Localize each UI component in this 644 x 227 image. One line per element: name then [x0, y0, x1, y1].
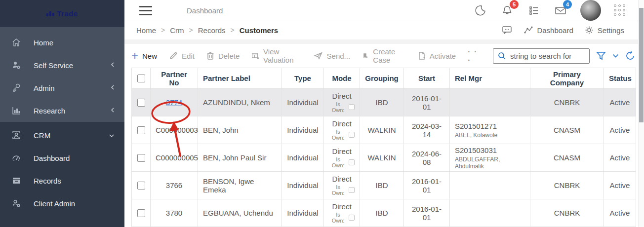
dark-mode-toggle[interactable]: [474, 3, 487, 17]
row-checkbox[interactable]: [137, 126, 145, 134]
new-button-label: New: [142, 52, 157, 60]
rel-mgr-cell: [450, 89, 530, 116]
menu-toggle-icon[interactable]: [139, 3, 152, 18]
header-rel-mgr[interactable]: Rel Mgr: [450, 68, 530, 89]
partner-no-link[interactable]: 3774: [166, 98, 182, 107]
primary-company-cell: CNASM: [530, 144, 604, 172]
sidebar-logo[interactable]: Trade: [0, 0, 124, 27]
rel-mgr-cell: S201503031 ABDULGAFFAR, Abdulmalik: [450, 144, 530, 172]
search-input[interactable]: [510, 52, 584, 60]
primary-company-cell: CNBRK: [530, 172, 604, 199]
grouping-cell: IBD: [360, 199, 404, 227]
messages-button[interactable]: 4: [554, 3, 567, 17]
breadcrumb-records[interactable]: Records: [198, 26, 226, 35]
view-valuation-button[interactable]: View Valuation: [251, 47, 301, 64]
is-own-checkbox[interactable]: [349, 159, 355, 165]
is-own-checkbox[interactable]: [349, 215, 355, 221]
sidebar-item-label: Home: [34, 38, 115, 47]
user-avatar[interactable]: [580, 0, 601, 21]
header-type[interactable]: Type: [282, 68, 324, 89]
table-row[interactable]: 3774 AZUNDINDU, Nkem Individual Direct I…: [132, 89, 636, 116]
view-valuation-label: View Valuation: [263, 47, 301, 64]
sidebar-item-research[interactable]: Research: [0, 99, 124, 122]
sidebar-item-self-service[interactable]: Self Service: [0, 54, 124, 76]
mode-value: Direct: [329, 175, 355, 183]
breadcrumb-bar: Home > Crm > Records > Customers Dashboa…: [124, 21, 644, 39]
select-all-checkbox[interactable]: [137, 75, 145, 82]
search-area: [493, 48, 636, 64]
tasks-button[interactable]: [527, 3, 541, 17]
header-status[interactable]: Status: [604, 68, 636, 89]
send-icon: [314, 51, 323, 60]
grouping-cell: IBD: [360, 172, 404, 199]
partner-no-cell: 3766: [151, 172, 198, 199]
scrollbar-thumb[interactable]: [639, 8, 644, 122]
more-actions-button[interactable]: · · ·: [468, 47, 481, 64]
header-partner-no[interactable]: Partner No: [151, 68, 198, 89]
grouping-cell: WALKIN: [360, 116, 404, 144]
mode-value: Direct: [329, 147, 355, 155]
user-gear-icon: [11, 198, 22, 209]
is-own-label: Is Own:: [329, 156, 347, 168]
partner-label-cell: BENSON, Igwe Emeka: [198, 172, 282, 199]
header-mode[interactable]: Mode: [324, 68, 360, 89]
is-own-checkbox[interactable]: [349, 104, 355, 110]
notifications-badge: 5: [510, 0, 519, 9]
sidebar-item-label: Dashboard: [34, 154, 115, 162]
dashboard-link[interactable]: Dashboard: [523, 26, 573, 35]
type-cell: Individual: [282, 172, 324, 199]
new-button[interactable]: + New: [131, 51, 157, 61]
sidebar-item-crm[interactable]: CRM: [0, 124, 124, 147]
header-grouping[interactable]: Grouping: [360, 68, 404, 89]
refresh-icon[interactable]: [625, 50, 636, 61]
header-start[interactable]: Start: [404, 68, 450, 89]
table-row[interactable]: 3766 BENSON, Igwe Emeka Individual Direc…: [132, 172, 636, 199]
table-row[interactable]: C000000003 BEN, John Individual Direct I…: [132, 116, 636, 144]
partner-no-cell: C000000005: [151, 144, 198, 172]
sidebar-item-records[interactable]: Records: [0, 169, 124, 192]
search-box[interactable]: [493, 48, 590, 64]
plus-icon: +: [131, 51, 138, 61]
table-row[interactable]: 3780 EGBUANA, Uchendu Individual Direct …: [132, 199, 636, 227]
type-cell: Individual: [282, 199, 324, 227]
row-checkbox[interactable]: [137, 154, 145, 162]
filter-chevron-down-icon[interactable]: [612, 54, 619, 58]
sidebar-item-dashboard[interactable]: Dashboard: [0, 147, 124, 169]
delete-button[interactable]: Delete: [206, 51, 240, 60]
row-checkbox[interactable]: [137, 99, 145, 107]
edit-button[interactable]: Edit: [169, 51, 195, 60]
settings-link-label: Settings: [598, 26, 624, 35]
header-partner-label[interactable]: Partner Label: [198, 68, 282, 89]
row-checkbox[interactable]: [137, 209, 145, 217]
archive-box-icon: [11, 175, 22, 186]
send-button-label: Send...: [327, 52, 351, 60]
breadcrumb-home[interactable]: Home: [136, 26, 156, 35]
feedback-button[interactable]: [502, 25, 513, 35]
topbar-title: Dashboard: [187, 6, 223, 15]
breadcrumb-crm[interactable]: Crm: [170, 26, 184, 35]
table-row[interactable]: C000000005 BEN, John Paul Sir Individual…: [132, 144, 636, 172]
type-cell: Individual: [282, 144, 324, 172]
sidebar-item-client-admin[interactable]: Client Admin: [0, 192, 124, 215]
row-checkbox[interactable]: [137, 182, 145, 189]
rel-mgr-cell: [450, 172, 530, 199]
create-case-button[interactable]: Create Case: [362, 47, 406, 64]
is-own-checkbox[interactable]: [349, 187, 355, 193]
is-own-checkbox[interactable]: [349, 132, 355, 138]
breadcrumb-actions: Dashboard Settings: [502, 25, 624, 35]
chevron-left-icon: [111, 61, 115, 70]
app-launcher-icon[interactable]: [614, 4, 626, 17]
settings-link[interactable]: Settings: [584, 25, 624, 35]
gauge-icon: [11, 152, 22, 163]
header-primary-company[interactable]: Primary Company: [530, 68, 604, 89]
send-button[interactable]: Send...: [314, 51, 351, 60]
notifications-button[interactable]: 5: [500, 3, 514, 17]
activate-button[interactable]: Activate: [418, 51, 456, 60]
sidebar-item-admin[interactable]: Admin: [0, 76, 124, 99]
vertical-scrollbar[interactable]: [638, 0, 644, 227]
filter-icon[interactable]: [596, 51, 606, 61]
status-cell: Active: [604, 199, 636, 227]
sidebar-item-home[interactable]: Home: [0, 31, 124, 54]
partner-no-cell: 3780: [151, 199, 198, 227]
sidebar-item-label: CRM: [34, 131, 109, 140]
